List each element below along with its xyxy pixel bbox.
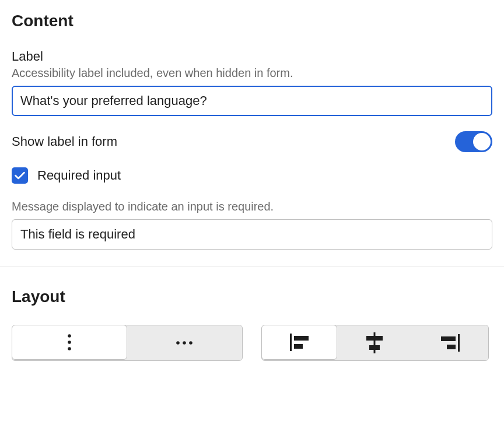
label-field-label: Label bbox=[12, 49, 492, 64]
required-message-help: Message displayed to indicate an input i… bbox=[12, 200, 492, 213]
svg-point-5 bbox=[189, 341, 192, 345]
orientation-segmented bbox=[12, 325, 243, 361]
required-message-block: Message displayed to indicate an input i… bbox=[12, 200, 492, 250]
svg-point-2 bbox=[68, 347, 71, 350]
svg-rect-6 bbox=[290, 334, 292, 351]
dots-vertical-icon bbox=[67, 334, 72, 351]
align-end-button[interactable] bbox=[412, 325, 488, 360]
required-input-label: Required input bbox=[37, 168, 121, 183]
label-input[interactable] bbox=[12, 86, 492, 116]
svg-rect-13 bbox=[441, 336, 456, 341]
required-input-row: Required input bbox=[12, 167, 492, 184]
label-field-block: Label Accessibility label included, even… bbox=[12, 49, 492, 116]
layout-heading: Layout bbox=[12, 287, 492, 306]
align-start-icon bbox=[290, 334, 309, 351]
svg-rect-11 bbox=[369, 345, 380, 350]
svg-rect-10 bbox=[366, 336, 383, 341]
svg-rect-9 bbox=[374, 332, 376, 353]
alignment-segmented bbox=[261, 325, 489, 361]
svg-point-1 bbox=[68, 341, 71, 344]
check-icon bbox=[15, 171, 25, 180]
layout-controls bbox=[12, 325, 492, 361]
orientation-vertical-button[interactable] bbox=[12, 325, 127, 360]
align-end-icon bbox=[441, 334, 460, 352]
align-center-icon bbox=[366, 332, 383, 353]
svg-point-3 bbox=[176, 341, 180, 345]
svg-point-0 bbox=[68, 334, 71, 338]
align-start-button[interactable] bbox=[261, 325, 337, 360]
section-divider bbox=[0, 266, 504, 266]
label-field-help: Accessibility label included, even when … bbox=[12, 66, 492, 80]
svg-rect-8 bbox=[294, 344, 303, 349]
toggle-knob-icon bbox=[473, 133, 491, 150]
dots-horizontal-icon bbox=[176, 341, 193, 345]
svg-rect-14 bbox=[447, 345, 456, 349]
required-input-checkbox[interactable] bbox=[12, 167, 28, 184]
required-message-input[interactable] bbox=[12, 219, 492, 250]
align-center-button[interactable] bbox=[337, 325, 412, 360]
orientation-horizontal-button[interactable] bbox=[127, 325, 242, 360]
svg-rect-12 bbox=[458, 334, 460, 352]
show-label-label: Show label in form bbox=[12, 134, 117, 149]
show-label-toggle[interactable] bbox=[455, 131, 492, 152]
show-label-row: Show label in form bbox=[12, 131, 492, 152]
svg-rect-7 bbox=[294, 336, 309, 341]
svg-point-4 bbox=[183, 341, 186, 345]
content-heading: Content bbox=[12, 12, 492, 30]
